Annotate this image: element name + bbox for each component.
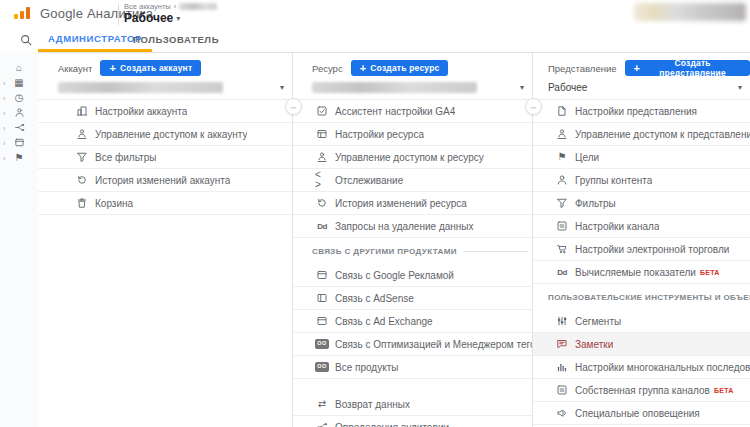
chevron-down-icon: ▾: [280, 83, 284, 92]
personal-tools-section-title: ПОЛЬЗОВАТЕЛЬСКИЕ ИНСТРУМЕНТЫ И ОБЪЕКТЫ: [548, 293, 750, 302]
person-icon: [555, 174, 569, 186]
audience-definitions-item[interactable]: Определения аудитории: [292, 416, 532, 427]
nav-customization[interactable]: ›▦: [0, 75, 38, 90]
nav-audience[interactable]: ›: [0, 105, 38, 120]
oo-icon: OO: [315, 339, 329, 349]
trash-icon: [75, 197, 89, 209]
flag-icon: ⚑: [555, 152, 569, 162]
data-deletion-item[interactable]: DdЗапросы на удаление данных: [292, 215, 532, 238]
nav-acquisition[interactable]: ›: [0, 120, 38, 135]
code-icon: < >: [315, 170, 329, 190]
collapse-column-button[interactable]: ↔: [525, 98, 542, 115]
property-settings-item[interactable]: Настройки ресурса: [292, 123, 532, 146]
create-account-button[interactable]: +Создать аккаунт: [100, 60, 201, 76]
view-column-title: Представление: [548, 63, 617, 74]
property-column: Ресурс +Создать ресурс ▾ Ассистент настр…: [292, 52, 532, 427]
realtime-icon: ◷: [15, 93, 24, 103]
checkbox-icon: [315, 105, 329, 117]
tab-user[interactable]: ПОЛЬЗОВАТЕЛЬ: [123, 28, 229, 51]
header-divider: [118, 4, 119, 25]
calculated-metrics-item[interactable]: DdВычисляемые показателиБЕТА: [532, 261, 750, 284]
plus-icon: +: [109, 63, 116, 74]
account-name-redacted: [179, 3, 217, 10]
swap-icon: ⇄: [315, 399, 329, 409]
view-selector[interactable]: Рабочее ▾: [548, 79, 744, 95]
user-menu[interactable]: [634, 3, 746, 21]
view-column: Представление +Создать представление Раб…: [532, 52, 750, 427]
all-filters-item[interactable]: Все фильтры: [38, 146, 292, 169]
create-view-button[interactable]: +Создать представление: [625, 60, 750, 76]
breadcrumb-separator: ›: [174, 2, 177, 11]
ga4-assistant-item[interactable]: Ассистент настройки GA4: [292, 100, 532, 123]
ecommerce-settings-item[interactable]: Настройки электронной торговли: [532, 238, 750, 261]
view-access-item[interactable]: Управление доступом к представлению: [532, 123, 750, 146]
google-ads-link-item[interactable]: Связь с Google Рекламой: [292, 264, 532, 287]
nav-home[interactable]: ⌂: [0, 60, 38, 75]
collapse-column-button[interactable]: ↔: [285, 98, 302, 115]
plus-icon: +: [634, 63, 641, 74]
trash-item[interactable]: Корзина: [38, 192, 292, 215]
ad-exchange-link-item[interactable]: Связь с Ad Exchange: [292, 310, 532, 333]
ads-card-icon: [315, 269, 329, 281]
custom-channel-grouping-item[interactable]: Собственная группа каналовБЕТА: [532, 379, 750, 402]
google-analytics-admin-screen: Google Аналитика Все аккаунты › Рабочее▾…: [0, 0, 750, 427]
app-header: Google Аналитика Все аккаунты › Рабочее▾: [0, 0, 750, 28]
conversions-flag-icon: ⚑: [15, 153, 24, 163]
property-access-item[interactable]: Управление доступом к ресурсу: [292, 146, 532, 169]
goals-item[interactable]: ⚑Цели: [532, 146, 750, 169]
all-products-item[interactable]: OOВсе продукты: [292, 356, 532, 379]
account-selector-value-redacted: [58, 82, 223, 93]
property-selector[interactable]: ▾: [312, 79, 526, 95]
optimize-tag-manager-link-item[interactable]: OOСвязь с Оптимизацией и Менеджером тего…: [292, 333, 532, 356]
audience-icon: [14, 107, 25, 118]
chevron-right-icon: ›: [3, 79, 5, 86]
nav-conversions[interactable]: ›⚑: [0, 150, 38, 165]
segments-item[interactable]: Сегменты: [532, 310, 750, 333]
bars-icon: [555, 361, 569, 373]
channel-settings-item[interactable]: Настройки канала: [532, 215, 750, 238]
plus-icon: +: [360, 63, 367, 74]
breadcrumb[interactable]: Все аккаунты ›: [124, 2, 217, 11]
channel-icon: [555, 220, 569, 232]
nav-realtime[interactable]: ›◷: [0, 90, 38, 105]
oo-icon: OO: [315, 362, 329, 372]
chevron-down-icon: ▾: [176, 14, 180, 23]
adsense-icon: [315, 292, 329, 304]
channel-icon: [555, 384, 569, 396]
filters-item[interactable]: Фильтры: [532, 192, 750, 215]
account-column-title: Аккаунт: [58, 63, 92, 74]
view-settings-item[interactable]: Настройки представления: [532, 100, 750, 123]
chevron-right-icon: ›: [3, 109, 5, 116]
annotations-item[interactable]: Заметки: [532, 333, 750, 356]
account-access-item[interactable]: Управление доступом к аккаунту: [38, 123, 292, 146]
tracking-item[interactable]: < >Отслеживание: [292, 169, 532, 192]
beta-badge: БЕТА: [714, 387, 734, 394]
chevron-down-icon: ▾: [520, 83, 524, 92]
account-selector[interactable]: ▾: [58, 79, 286, 95]
users-icon: [555, 128, 569, 140]
create-property-button[interactable]: +Создать ресурс: [351, 60, 449, 76]
users-icon: [315, 151, 329, 163]
view-selector-value: Рабочее: [548, 82, 587, 93]
account-column: Аккаунт +Создать аккаунт ▾ Настройки акк…: [38, 52, 292, 427]
content-grouping-item[interactable]: Группы контента: [532, 169, 750, 192]
property-history-item[interactable]: История изменений ресурса: [292, 192, 532, 215]
create-property-label: Создать ресурс: [370, 63, 439, 73]
note-icon: [555, 338, 569, 350]
account-history-item[interactable]: История изменений аккаунта: [38, 169, 292, 192]
account-settings-item[interactable]: Настройки аккаунта: [38, 100, 292, 123]
nav-behavior[interactable]: ›: [0, 135, 38, 150]
cart-icon: [555, 243, 569, 255]
home-icon: ⌂: [16, 63, 22, 73]
search-icon[interactable]: [19, 33, 33, 47]
data-retention-item[interactable]: ⇄Возврат данных: [292, 393, 532, 416]
adsense-link-item[interactable]: Связь с AdSense: [292, 287, 532, 310]
dd-icon: Dd: [555, 268, 569, 277]
custom-alerts-item[interactable]: Специальные оповещения: [532, 402, 750, 425]
acquisition-icon: [14, 122, 25, 133]
building-icon: [75, 105, 89, 117]
filter-icon: [75, 151, 89, 163]
chevron-right-icon: ›: [3, 124, 5, 131]
view-switcher[interactable]: Рабочее▾: [124, 11, 180, 25]
multichannel-funnels-item[interactable]: Настройки многоканальных последовательно…: [532, 356, 750, 379]
